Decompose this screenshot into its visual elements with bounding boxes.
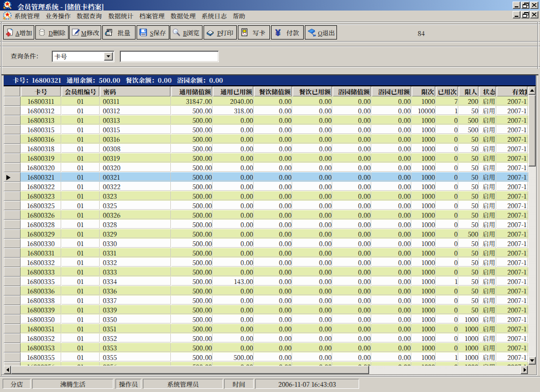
svg-text:¥: ¥	[275, 28, 281, 37]
